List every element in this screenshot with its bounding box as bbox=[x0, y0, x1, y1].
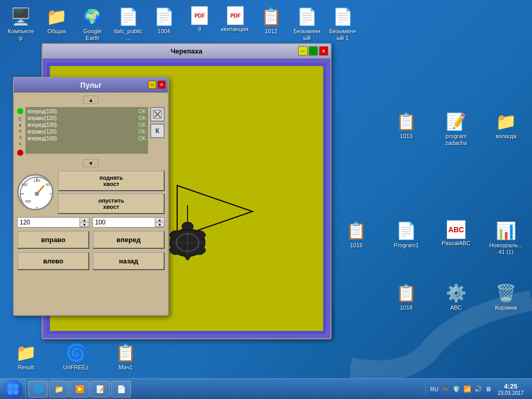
direction-buttons: вправо вперед влево назад bbox=[17, 231, 165, 270]
desktop-icon-bezymyannyy2[interactable]: 📄 Безымянный 1 bbox=[326, 4, 360, 44]
distance-input[interactable] bbox=[93, 218, 155, 227]
distance-increment-button[interactable]: ▲ bbox=[155, 218, 164, 222]
desktop-icon-pascal-abc[interactable]: ABC PascalABC bbox=[435, 218, 477, 258]
svg-text:300: 300 bbox=[25, 200, 31, 203]
forward-button[interactable]: вперед bbox=[92, 231, 165, 249]
desktop-icon-kvitanciya[interactable]: PDF квитанция... bbox=[219, 4, 252, 42]
log-icon-box2[interactable]: К bbox=[150, 124, 165, 138]
pult-titlebar[interactable]: Пульт ─ × bbox=[14, 78, 168, 92]
desktop-icon-program-zadacha[interactable]: 📝 program zadacha bbox=[435, 109, 477, 149]
cherepaha-minimize-button[interactable]: ─ bbox=[298, 46, 308, 56]
connection-label: Связь bbox=[19, 116, 22, 147]
angle-input-group: ▲ ▼ bbox=[17, 217, 89, 228]
log-status-2: OK bbox=[139, 122, 146, 128]
taskbar-media-button[interactable]: ▶️ bbox=[70, 381, 89, 397]
taskbar-doc-button[interactable]: 📄 bbox=[111, 381, 131, 397]
taskbar-explorer-button[interactable]: 📁 bbox=[49, 381, 69, 397]
volagda-label: волагда bbox=[496, 133, 516, 140]
desktop-icon-bezymyannyy1[interactable]: 📄 Безымянный bbox=[290, 4, 324, 44]
back-button[interactable]: назад bbox=[92, 252, 165, 270]
1016-icon: 📋 bbox=[346, 220, 367, 241]
log-row-0: вперед(100) OK bbox=[28, 108, 146, 115]
svg-text:120: 120 bbox=[33, 178, 41, 183]
mach1-icon: 📋 bbox=[115, 342, 136, 363]
explorer-icon: 📁 bbox=[54, 384, 64, 394]
cherepaha-title: Черепаха bbox=[170, 47, 202, 55]
windows-logo-icon bbox=[7, 383, 19, 395]
angle-input[interactable] bbox=[18, 218, 79, 227]
desktop: 🖥️ Компьютер 📁 Общая 🌍 Google Earth 📄 it… bbox=[0, 0, 532, 399]
cherepaha-maximize-button[interactable]: □ bbox=[309, 46, 318, 56]
log-status-4: OK bbox=[139, 136, 146, 141]
gpu-icon: 🎮 bbox=[442, 385, 449, 393]
pult-close-button[interactable]: × bbox=[157, 81, 166, 89]
pult-expand-down-button[interactable]: ▼ bbox=[83, 159, 99, 167]
desktop-icon-1012[interactable]: 📋 1012 bbox=[255, 4, 288, 37]
svg-rect-26 bbox=[8, 390, 12, 394]
unfree-icon: 🌀 bbox=[65, 342, 86, 363]
desktop-icon-volagda[interactable]: 📁 волагда bbox=[485, 109, 527, 149]
1004-label: 1004 bbox=[157, 28, 170, 35]
log-table: вперед(100) OK вправо(120) OK вперед(100… bbox=[25, 107, 148, 154]
svg-text:60: 60 bbox=[46, 183, 50, 187]
distance-decrement-button[interactable]: ▼ bbox=[155, 222, 164, 227]
desktop-icon-unfree[interactable]: 🌀 UnFREEz bbox=[55, 340, 97, 373]
taskbar-ie-button[interactable]: 🌐 bbox=[28, 381, 48, 397]
desktop-icon-result[interactable]: 📁 Result bbox=[5, 340, 47, 373]
program1-icon: 📄 bbox=[396, 220, 417, 241]
unfree-label: UnFREEz bbox=[63, 364, 89, 371]
angle-decrement-button[interactable]: ▼ bbox=[80, 222, 89, 227]
pult-controls: ─ × bbox=[148, 81, 166, 89]
kvitanciya-label: квитанция... bbox=[221, 26, 250, 39]
desktop-icon-obshaya[interactable]: 📁 Общая bbox=[40, 4, 74, 37]
left-button[interactable]: влево bbox=[17, 252, 89, 270]
lang-indicator: RU bbox=[430, 386, 438, 392]
start-button[interactable] bbox=[0, 379, 26, 400]
italc-label: italc_public... bbox=[113, 28, 143, 42]
desktop-icon-novouralsk[interactable]: 📊 Новоураль... 41 (1) bbox=[485, 218, 527, 258]
cherepaha-close-button[interactable]: × bbox=[319, 46, 328, 56]
desktop-icon-1016[interactable]: 📋 1016 bbox=[336, 218, 377, 258]
desktop-icon-program1[interactable]: 📄 Program1 bbox=[385, 218, 427, 258]
display-icon: 🖥 bbox=[485, 385, 491, 393]
svg-rect-24 bbox=[8, 384, 12, 389]
1013-label: 1013 bbox=[400, 133, 413, 140]
log-cmd-0: вперед(100) bbox=[28, 109, 135, 114]
taskbar: 🌐 📁 ▶️ 📝 📄 RU 🎮 🛡️ 📶 🔊 🖥 bbox=[0, 378, 532, 399]
taskbar-quick-launch: 🌐 📁 ▶️ 📝 📄 bbox=[26, 381, 425, 397]
desktop-icon-1004[interactable]: 📄 1004 bbox=[147, 4, 181, 37]
system-tray: RU 🎮 🛡️ 📶 🔊 🖥 4:25 23.03.2017 bbox=[425, 382, 532, 396]
program1-label: Program1 bbox=[394, 242, 419, 249]
desktop-icon-mach1[interactable]: 📋 Мач1 bbox=[105, 340, 147, 373]
clock[interactable]: 4:25 23.03.2017 bbox=[494, 382, 528, 396]
angle-spinner: ▲ ▼ bbox=[79, 218, 89, 227]
pascal-abc-label: PascalABC bbox=[442, 240, 471, 247]
desktop-icon-italc[interactable]: 📄 italc_public... bbox=[111, 4, 145, 44]
volume-icon: 🔊 bbox=[474, 385, 482, 393]
desktop-icon-1013[interactable]: 📋 1013 bbox=[385, 109, 427, 149]
bezymyannyy2-label: Безымянный 1 bbox=[328, 28, 357, 42]
log-icon-box1[interactable] bbox=[150, 107, 165, 122]
log-status-0: OK bbox=[139, 109, 146, 114]
svg-point-23 bbox=[35, 192, 39, 196]
desktop-icon-google-earth[interactable]: 🌍 Google Earth bbox=[76, 4, 110, 44]
taskbar-word-button[interactable]: 📝 bbox=[90, 381, 110, 397]
cherepaha-titlebar[interactable]: Черепаха ─ □ × bbox=[43, 44, 330, 59]
compass-svg: 120 180 60 300 bbox=[19, 176, 54, 210]
ie-icon: 🌐 bbox=[33, 384, 43, 394]
desktop-icon-komputer[interactable]: 🖥️ Компьютер bbox=[4, 4, 38, 44]
compass-dial: 120 180 60 300 bbox=[17, 174, 54, 210]
right-button[interactable]: вправо bbox=[17, 231, 89, 249]
komputer-label: Компьютер bbox=[6, 28, 36, 42]
bottom-dock-icons: 📁 Result 🌀 UnFREEz 📋 Мач1 bbox=[5, 340, 147, 373]
lower-tail-button[interactable]: опуститьхвост bbox=[58, 193, 165, 214]
angle-increment-button[interactable]: ▲ bbox=[80, 218, 89, 222]
pult-minimize-button[interactable]: ─ bbox=[148, 81, 156, 89]
desktop-icon-8[interactable]: PDF 8 bbox=[183, 4, 217, 35]
pult-expand-up-button[interactable]: ▲ bbox=[83, 96, 99, 104]
novouralsk-icon: 📊 bbox=[496, 220, 516, 241]
result-label: Result bbox=[18, 364, 34, 371]
log-row-2: вперед(100) OK bbox=[28, 122, 146, 128]
lift-tail-button[interactable]: поднятьхвост bbox=[58, 170, 165, 191]
sys-tray-items: RU 🎮 🛡️ 📶 🔊 🖥 bbox=[430, 385, 491, 393]
